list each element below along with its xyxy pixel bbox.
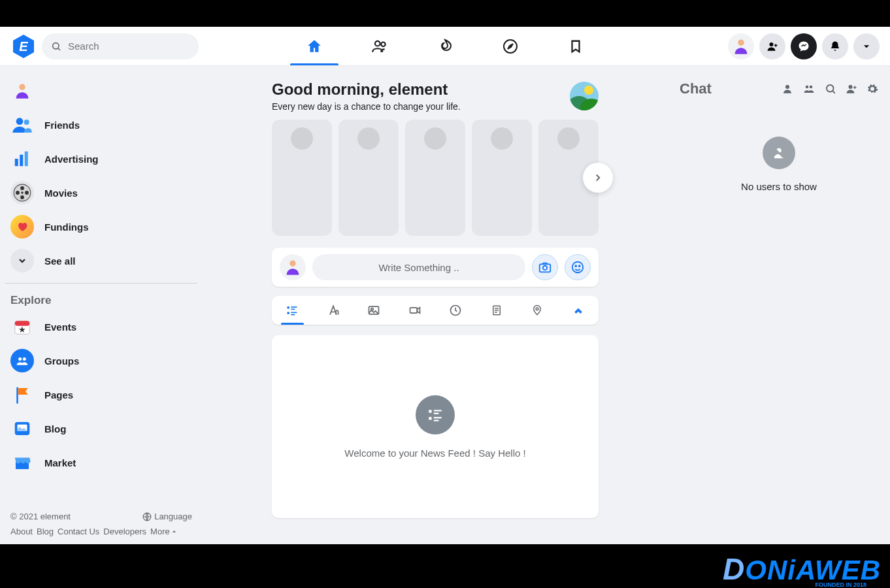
sidebar-fundings[interactable]: Fundings xyxy=(5,210,197,244)
sidebar-profile[interactable] xyxy=(5,74,197,108)
groups-icon xyxy=(10,349,34,372)
svg-point-35 xyxy=(575,265,576,267)
svg-point-34 xyxy=(572,262,584,273)
story-placeholder[interactable] xyxy=(338,120,399,236)
sidebar-advertising[interactable]: Advertising xyxy=(5,142,197,176)
feed: Good morning, element Every new day is a… xyxy=(272,80,599,544)
header-left: E xyxy=(10,33,206,59)
composer-input[interactable]: Write Something .. xyxy=(312,254,525,280)
svg-rect-14 xyxy=(20,155,23,167)
chart-icon xyxy=(10,147,34,171)
sidebar-label: Pages xyxy=(44,389,73,400)
menu-dropdown[interactable] xyxy=(853,33,880,59)
sidebar-market[interactable]: Market xyxy=(5,446,197,480)
chat-add-icon[interactable] xyxy=(846,83,857,95)
svg-point-58 xyxy=(785,85,789,89)
chat-contacts-icon[interactable] xyxy=(782,83,793,95)
svg-point-51 xyxy=(536,308,538,310)
friend-request-button[interactable] xyxy=(759,33,785,59)
explore-heading: Explore xyxy=(5,289,197,310)
sidebar-see-all[interactable]: See all xyxy=(5,244,197,278)
footer-developers[interactable]: Developers xyxy=(103,527,146,536)
sidebar-pages[interactable]: Pages xyxy=(5,378,197,412)
svg-rect-40 xyxy=(291,309,295,310)
svg-point-25 xyxy=(18,357,22,361)
image-icon xyxy=(10,417,34,440)
messages-button[interactable] xyxy=(791,33,817,59)
nav-trending[interactable] xyxy=(412,27,478,65)
svg-point-21 xyxy=(21,191,24,194)
search-input[interactable] xyxy=(42,33,199,59)
header-avatar[interactable] xyxy=(728,33,754,59)
language-button[interactable]: Language xyxy=(142,512,192,521)
svg-point-31 xyxy=(289,261,295,267)
tab-audio[interactable] xyxy=(435,296,476,325)
avatar-icon xyxy=(10,79,34,103)
nav-saved[interactable] xyxy=(543,27,608,65)
empty-feed: Welcome to your News Feed ! Say Hello ! xyxy=(272,335,599,518)
story-placeholder[interactable] xyxy=(472,120,532,236)
composer: Write Something .. xyxy=(272,248,599,287)
copyright: © 2021 element xyxy=(10,512,71,521)
svg-rect-56 xyxy=(434,417,442,418)
svg-point-63 xyxy=(849,85,853,89)
chat-search-icon[interactable] xyxy=(825,83,836,95)
nav-friends[interactable] xyxy=(347,27,412,65)
svg-rect-57 xyxy=(434,419,439,421)
svg-text:E: E xyxy=(19,39,28,54)
caret-up-icon xyxy=(171,529,177,534)
svg-rect-41 xyxy=(291,312,297,314)
svg-point-60 xyxy=(810,86,813,89)
globe-icon xyxy=(142,512,152,521)
weather-icon xyxy=(570,82,599,110)
svg-point-10 xyxy=(19,84,25,90)
svg-rect-27 xyxy=(16,387,18,404)
app-frame: E xyxy=(0,27,890,544)
svg-point-33 xyxy=(543,266,547,270)
header: E xyxy=(0,27,890,66)
sidebar: Friends Advertising Movies Fundings xyxy=(0,66,203,544)
tab-list[interactable] xyxy=(272,296,313,325)
footer-blog[interactable]: Blog xyxy=(37,527,54,536)
nav-explore[interactable] xyxy=(478,27,543,65)
sidebar-blog[interactable]: Blog xyxy=(5,412,197,446)
footer-contact[interactable]: Contact Us xyxy=(58,527,99,536)
tab-location[interactable] xyxy=(517,296,558,325)
sidebar-movies[interactable]: Movies xyxy=(5,176,197,210)
composer-emoji-button[interactable] xyxy=(565,254,591,280)
heart-icon xyxy=(10,215,34,238)
sidebar-friends[interactable]: Friends xyxy=(5,108,197,142)
tab-collapse[interactable] xyxy=(558,296,599,325)
sidebar-label: See all xyxy=(44,255,76,267)
svg-rect-39 xyxy=(291,306,297,308)
sidebar-label: Friends xyxy=(44,120,80,131)
sidebar-label: Groups xyxy=(44,355,79,367)
sidebar-events[interactable]: ★ Events xyxy=(5,310,197,344)
story-placeholder[interactable] xyxy=(405,120,465,236)
sidebar-groups[interactable]: Groups xyxy=(5,344,197,378)
tab-text[interactable] xyxy=(313,296,354,325)
story-placeholder[interactable] xyxy=(272,120,332,236)
chat-groups-icon[interactable] xyxy=(802,83,816,95)
svg-point-59 xyxy=(806,86,809,89)
composer-avatar[interactable] xyxy=(280,254,306,280)
tab-file[interactable] xyxy=(476,296,518,325)
svg-point-8 xyxy=(738,39,744,45)
chat-empty: No users to show xyxy=(680,137,878,192)
tab-photo[interactable] xyxy=(354,296,395,325)
svg-point-18 xyxy=(25,191,29,195)
sidebar-label: Events xyxy=(44,321,76,333)
chat-panel: Chat No users to show xyxy=(668,66,890,544)
chat-settings-icon[interactable] xyxy=(866,83,878,95)
stories-next-button[interactable] xyxy=(583,163,613,193)
content: Friends Advertising Movies Fundings xyxy=(0,66,890,544)
footer-about[interactable]: About xyxy=(10,527,33,536)
footer-more[interactable]: More xyxy=(150,527,177,536)
notifications-button[interactable] xyxy=(822,33,848,59)
svg-point-61 xyxy=(827,85,834,92)
tab-video[interactable] xyxy=(395,296,436,325)
stories-row xyxy=(272,120,599,236)
nav-home[interactable] xyxy=(282,27,347,65)
app-logo[interactable]: E xyxy=(10,33,37,59)
composer-camera-button[interactable] xyxy=(532,254,558,280)
